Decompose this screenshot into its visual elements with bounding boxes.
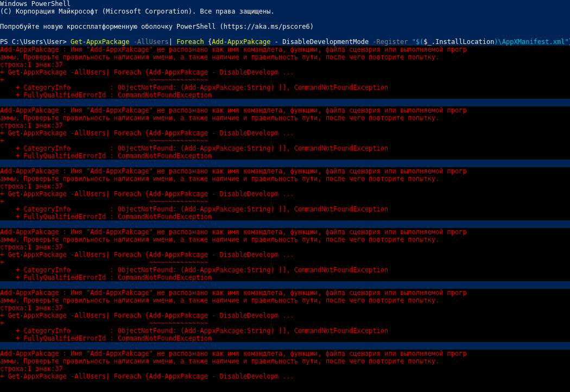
err-l6: + CategoryInfo : ObjectNotFound: (Add-Ap… bbox=[0, 205, 570, 213]
blank-sep-3 bbox=[0, 220, 570, 228]
cmd-white4: $_.InstallLocation bbox=[423, 38, 494, 46]
err-l7: + FullyQualifiedErrorId : CommandNotFoun… bbox=[0, 152, 570, 160]
cmd-yellow3: Add-AppxPakcage bbox=[212, 38, 275, 46]
err-l4: + Get-AppxPackage -AllUsers| Foreach {Ad… bbox=[0, 372, 570, 380]
cmd-cyan1: "$( bbox=[412, 38, 424, 46]
cmd-white2: { bbox=[208, 38, 212, 46]
err-l4: + Get-AppxPackage -AllUsers| Foreach {Ad… bbox=[0, 190, 570, 198]
error-block-3: Add-AppxPakcage : Имя "Add-AppxPakcage" … bbox=[0, 167, 570, 220]
powershell-console[interactable]: Windows PowerShell (C) Корпорация Майкро… bbox=[0, 0, 570, 392]
err-l5: + ~~~~~~~~~~~~~~~ bbox=[0, 198, 570, 205]
error-block-5: Add-AppxPakcage : Имя "Add-AppxPakcage" … bbox=[0, 289, 570, 342]
error-block-2: Add-AppxPakcage : Имя "Add-AppxPakcage" … bbox=[0, 106, 570, 160]
err-l2: аммы. Проверьте правильность написания и… bbox=[0, 236, 570, 243]
err-l4: + Get-AppxPackage -AllUsers| Foreach {Ad… bbox=[0, 312, 570, 319]
err-l3: строка:1 знак:37 bbox=[0, 182, 570, 190]
err-l2: аммы. Проверьте правильность написания и… bbox=[0, 53, 570, 61]
err-l4: + Get-AppxPackage -AllUsers| Foreach {Ad… bbox=[0, 129, 570, 137]
blank-sep-1 bbox=[0, 99, 570, 106]
cmd-cyan2: )\AppXManifest.xml" bbox=[494, 38, 568, 46]
err-l1: Add-AppxPakcage : Имя "Add-AppxPakcage" … bbox=[0, 289, 570, 296]
err-l6: + CategoryInfo : ObjectNotFound: (Add-Ap… bbox=[0, 84, 570, 91]
blank-sep-5 bbox=[0, 342, 570, 350]
prompt-ps: PS C:\Users\User> bbox=[0, 38, 71, 46]
cmd-white3: - DisableDevelopmentMode bbox=[275, 38, 373, 46]
err-l7: + FullyQualifiedErrorId : CommandNotFoun… bbox=[0, 213, 570, 220]
err-l6: + CategoryInfo : ObjectNotFound: (Add-Ap… bbox=[0, 144, 570, 152]
err-l2: аммы. Проверьте правильность написания и… bbox=[0, 175, 570, 182]
err-l5: + ~~~~~~~~~~~~~~~ bbox=[0, 137, 570, 144]
err-l5: + ~~~~~~~~~~~~~~~ bbox=[0, 258, 570, 266]
err-l6: + CategoryInfo : ObjectNotFound: (Add-Ap… bbox=[0, 327, 570, 334]
err-l4: + Get-AppxPackage -AllUsers| Foreach {Ad… bbox=[0, 68, 570, 76]
err-l1: Add-AppxPakcage : Имя "Add-AppxPakcage" … bbox=[0, 167, 570, 175]
err-l7: + FullyQualifiedErrorId : CommandNotFoun… bbox=[0, 334, 570, 342]
cmd-gray1: -AllUsers bbox=[134, 38, 169, 46]
console-header: Windows PowerShell (C) Корпорация Майкро… bbox=[0, 0, 570, 46]
blank-sep-2 bbox=[0, 160, 570, 167]
blank-sep-4 bbox=[0, 281, 570, 289]
window-title: Windows PowerShell bbox=[0, 0, 570, 8]
err-l3: строка:1 знак:37 bbox=[0, 122, 570, 129]
trynew-line: Попробуйте новую кроссплатформенную обол… bbox=[0, 23, 570, 30]
err-l2: аммы. Проверьте правильность написания и… bbox=[0, 114, 570, 122]
err-l3: строка:1 знак:37 bbox=[0, 304, 570, 312]
cmd-white1: | bbox=[169, 38, 176, 46]
err-l7: + FullyQualifiedErrorId : CommandNotFoun… bbox=[0, 91, 570, 99]
err-l1: Add-AppxPakcage : Имя "Add-AppxPakcage" … bbox=[0, 228, 570, 236]
err-l5: + ~~~~~~~~~~~~~~~ bbox=[0, 76, 570, 84]
err-l1: Add-AppxPakcage : Имя "Add-AppxPakcage" … bbox=[0, 106, 570, 114]
error-block-6: Add-AppxPakcage : Имя "Add-AppxPakcage" … bbox=[0, 350, 570, 380]
err-l4: + Get-AppxPackage -AllUsers| Foreach {Ad… bbox=[0, 251, 570, 258]
error-block-1: Add-AppxPakcage : Имя "Add-AppxPakcage" … bbox=[0, 46, 570, 99]
err-l3: строка:1 знак:37 bbox=[0, 61, 570, 68]
err-l5: + ~~~~~~~~~~~~~~~ bbox=[0, 319, 570, 327]
cmd-gray2: -Register bbox=[372, 38, 411, 46]
copyright-line: (C) Корпорация Майкрософт (Microsoft Cor… bbox=[0, 8, 570, 15]
err-l1: Add-AppxPakcage : Имя "Add-AppxPakcage" … bbox=[0, 350, 570, 357]
err-l1: Add-AppxPakcage : Имя "Add-AppxPakcage" … bbox=[0, 46, 570, 53]
error-block-4: Add-AppxPakcage : Имя "Add-AppxPakcage" … bbox=[0, 228, 570, 281]
cmd-yellow2: Foreach bbox=[176, 38, 208, 46]
cmd-yellow1: Get-AppxPackage bbox=[71, 38, 134, 46]
err-l7: + FullyQualifiedErrorId : CommandNotFoun… bbox=[0, 274, 570, 281]
err-l3: строка:1 знак:37 bbox=[0, 243, 570, 251]
err-l6: + CategoryInfo : ObjectNotFound: (Add-Ap… bbox=[0, 266, 570, 274]
err-l3: строка:1 знак:37 bbox=[0, 365, 570, 372]
err-l2: аммы. Проверьте правильность написания и… bbox=[0, 357, 570, 365]
prompt-line[interactable]: PS C:\Users\User> Get-AppxPackage -AllUs… bbox=[0, 38, 570, 46]
err-l2: аммы. Проверьте правильность написания и… bbox=[0, 296, 570, 304]
